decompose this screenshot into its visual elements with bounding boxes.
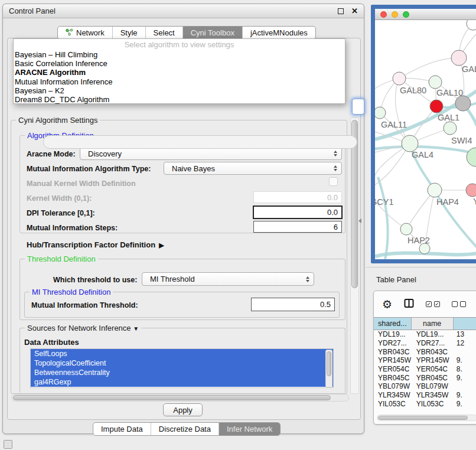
algorithm-option[interactable]: ARACNE Algorithm [14,68,345,77]
mi-threshold-field[interactable]: 0.5 [251,298,335,311]
table-cell: YLR345W [412,391,454,399]
column-header[interactable]: name [412,318,454,330]
close-traffic-light-icon[interactable] [380,11,387,18]
tab-network[interactable]: Network [58,27,112,39]
table-row[interactable]: YBR043CYBR043C [374,347,476,356]
network-node-label: GAL [462,64,476,74]
network-node[interactable] [467,20,476,30]
network-edge [375,190,406,229]
table-horizontal-scrollbar[interactable] [377,415,476,421]
table-row[interactable]: YDR27...YDR27...12 [374,339,476,348]
control-panel-title: Control Panel [9,6,338,15]
tab-style[interactable]: Style [112,27,145,39]
table-row[interactable]: YDL19...YDL19...13 [374,330,476,339]
column-header[interactable] [454,318,476,330]
close-icon[interactable]: ✕ [351,8,358,14]
table-cell: YLR345W [374,391,412,399]
aracne-mode-combo[interactable]: Discovery [80,147,342,160]
network-node-gal[interactable] [451,50,467,66]
attribute-item[interactable]: TopologicalCoefficient [31,358,333,368]
tab-impute-data[interactable]: Impute Data [93,423,151,435]
table-row[interactable]: YIL053CYIL053C9. [374,400,476,408]
network-node-gal1[interactable] [430,100,443,113]
tab-select[interactable]: Select [145,27,182,39]
sources-section-toggle[interactable]: Sources for Network Inference ▼ [25,324,141,332]
checked-box-icon: ✓ [434,301,440,307]
scrollbar-thumb[interactable] [327,351,331,376]
attribute-list-scrollbar[interactable] [325,350,332,387]
table-toolbar: ⚙ ✓ ✓ [374,291,476,317]
network-node-y[interactable] [466,184,476,197]
group-title: MI Threshold Definition [30,288,113,296]
table-cell: YPR145W [374,356,412,364]
combo-spinner-icon [306,276,309,282]
zoom-traffic-light-icon[interactable] [403,11,409,18]
column-layout-icon[interactable] [404,298,414,311]
table-row[interactable]: YER054CYER054C8. [374,365,476,374]
mi-steps-field[interactable]: 6 [253,221,342,233]
network-canvas[interactable]: GALGAL80GAL10GAL1GAL11SWI4GAL4HAP4YGCY1H… [375,20,476,259]
tab-jactivemnodules[interactable]: jActiveMNodules [242,27,315,39]
panel-split-handle-icon[interactable] [358,219,361,223]
settings-vertical-scrollbar[interactable] [350,118,359,394]
manual-kernel-label: Manual Kernel Width Definition [27,180,136,188]
group-title: Threshold Definition [25,255,98,263]
tab-label: Style [120,28,138,37]
table-cell: YBR043C [412,348,454,356]
sources-title: Sources for Network Inference [27,324,131,332]
dropdown-hint: Select algorithm to view settings [14,39,345,50]
network-node-label: SWI4 [451,136,472,145]
network-node-gal80[interactable] [393,72,406,85]
network-node-hap2[interactable] [400,223,412,235]
table-row[interactable]: YLR345WYLR345W9. [374,391,476,400]
tab-cyni-toolbox[interactable]: Cyni Toolbox [182,27,242,39]
hub-transcription-section-toggle[interactable]: Hub/Transcription Factor Definition▶ [27,240,164,249]
settings-horizontal-scrollbar[interactable] [11,394,349,402]
network-node-gal10[interactable] [429,76,442,89]
float-window-icon[interactable] [338,8,344,14]
table-panel-title: Table Panel [376,275,416,284]
minimize-traffic-light-icon[interactable] [392,11,398,18]
kernel-width-field[interactable]: 0.0 [253,191,342,203]
table-row[interactable]: YBL079WYBL079W [374,382,476,391]
network-node-gal11[interactable] [375,107,386,119]
scrollbar-thumb[interactable] [13,395,331,400]
table-cell: YDR27... [374,339,412,347]
attribute-item[interactable]: gal4RGexp [31,377,333,387]
data-attributes-list[interactable]: SelfLoopsTopologicalCoefficientBetweenne… [30,348,334,388]
column-header[interactable]: shared... [374,318,412,330]
focused-combo-fragment[interactable] [352,99,364,115]
tab-discretize-data[interactable]: Discretize Data [151,423,219,435]
attribute-item[interactable]: BetweennessCentrality [31,368,333,377]
checked-box-icon: ✓ [426,301,432,307]
attribute-item[interactable]: SelfLoops [31,349,333,358]
which-threshold-value: MI Threshold [150,275,195,283]
table-row[interactable]: YBR045CYBR045C9. [374,373,476,382]
algorithm-option[interactable]: Mutual Information Inference [14,77,345,86]
table-row[interactable]: YPR145WYPR145W9. [374,356,476,365]
algorithm-option[interactable]: Basic Correlation Inference [14,59,345,68]
algorithm-option[interactable]: Bayesian – Hill Climbing [14,50,345,59]
network-node-gal4[interactable] [402,135,418,152]
which-threshold-combo[interactable]: MI Threshold [142,272,314,286]
apply-button[interactable]: Apply [163,403,203,416]
manual-kernel-checkbox[interactable] [329,177,338,186]
background-network-combo[interactable] [43,135,357,149]
network-node-hap4[interactable] [428,183,442,197]
gear-icon[interactable]: ⚙ [382,299,392,310]
aracne-mode-value: Discovery [88,149,122,158]
network-node-label: Y [473,197,476,206]
which-threshold-label: Which threshold to use: [53,276,137,284]
network-node[interactable] [455,96,471,111]
select-all-checkboxes-icon[interactable]: ✓ ✓ [426,301,440,307]
network-node[interactable] [419,243,430,254]
network-node-swi4[interactable] [444,122,457,135]
minimized-panel-icon[interactable] [4,440,12,449]
algorithm-option[interactable]: Bayesian – K2 [14,86,345,95]
mi-type-combo[interactable]: Naive Bayes [164,162,342,175]
algorithm-option[interactable]: Dream8 DC_TDC Algorithm [14,95,345,104]
scrollbar-thumb[interactable] [378,416,468,420]
deselect-all-checkboxes-icon[interactable] [452,301,466,307]
tab-infer-network[interactable]: Infer Network [219,423,280,435]
dpi-tolerance-field[interactable]: 0.0 [253,206,343,219]
